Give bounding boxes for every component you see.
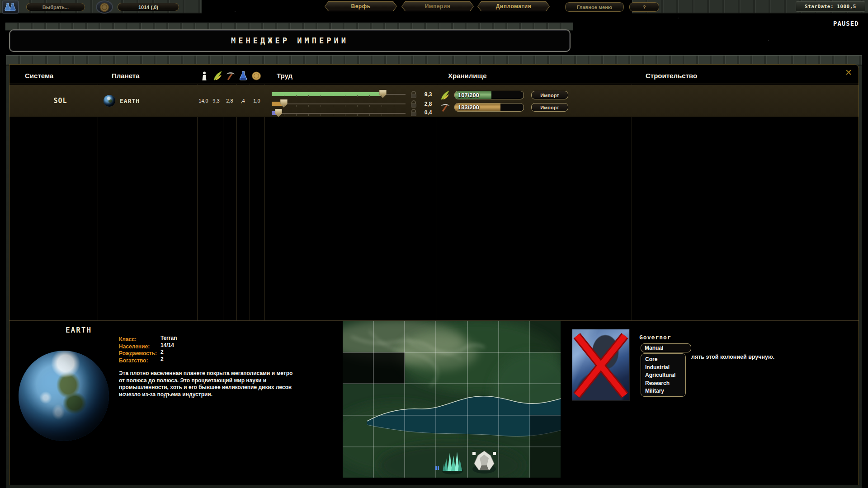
column-separator — [223, 84, 223, 320]
main-menu-label: Главное меню — [577, 5, 612, 10]
select-button-label: Выбрать... — [42, 5, 69, 10]
surface-map[interactable] — [342, 321, 561, 478]
food-storage-bar[interactable]: 107/200 — [454, 91, 524, 99]
lock-icon[interactable] — [410, 90, 417, 100]
lock-icon[interactable] — [410, 108, 417, 118]
planet-stats: Класс: Terran Население: 14/14 Рождаемос… — [119, 335, 218, 363]
planet-image — [19, 351, 109, 441]
import-food-label: Импорт — [540, 93, 559, 98]
slider-ticks — [272, 114, 406, 116]
money-icon[interactable] — [251, 71, 261, 83]
stardate-plaque: StarDate: 1000,5 — [796, 1, 865, 12]
planet-icon[interactable] — [104, 95, 115, 107]
detail-planet-name: EARTH — [45, 326, 113, 334]
money-seal-icon[interactable] — [96, 0, 113, 14]
labor-slider-track[interactable] — [272, 113, 406, 114]
food-icon — [440, 90, 450, 102]
labor-slider-track[interactable] — [272, 103, 406, 104]
governor-label: Governor — [639, 334, 671, 341]
import-ore-label: Импорт — [540, 105, 559, 110]
ore-icon[interactable] — [225, 71, 236, 83]
header-divider — [9, 84, 859, 84]
stat-row: Рождаемость: 2 — [119, 349, 218, 356]
column-separator — [98, 84, 98, 320]
nav-empire-button[interactable]: Империя — [401, 1, 474, 11]
import-ore-button[interactable]: Импорт — [531, 103, 568, 112]
governor-options-list: Core Industrial Agricultural Research Mi… — [641, 353, 686, 397]
empire-manager-window: Система Планета Труд Хранилище Строитель… — [6, 55, 862, 488]
governor-option-military[interactable]: Military — [641, 387, 685, 395]
paused-indicator: PAUSED — [833, 20, 859, 27]
stat-money: 1,0 — [250, 98, 264, 103]
governor-select[interactable]: Manual — [641, 343, 691, 352]
help-button-label: ? — [643, 5, 646, 10]
stat-food: 9,3 — [209, 98, 223, 103]
top-bar: Выбрать... 1014 (,0) Верфь Империя Дипло… — [0, 0, 868, 14]
close-button[interactable]: ✕ — [845, 67, 852, 77]
governor-option-core[interactable]: Core — [641, 356, 685, 364]
stat-class-value: Terran — [160, 335, 177, 341]
system-name[interactable]: SOL — [23, 97, 98, 105]
column-separator — [197, 84, 198, 320]
column-header-system[interactable]: Система — [25, 72, 53, 80]
window-content: Система Планета Труд Хранилище Строитель… — [9, 64, 859, 485]
slider-ticks — [272, 105, 406, 107]
column-header-planet[interactable]: Планета — [112, 72, 140, 80]
governor-hint: лять этой колонией вручную. — [691, 354, 774, 361]
ore-storage-amount: 133/200 — [458, 103, 479, 111]
governor-option-industrial[interactable]: Industrial — [641, 364, 685, 372]
stat-wealth-label: Богатство: — [119, 357, 148, 364]
governor-option-research[interactable]: Research — [641, 380, 685, 388]
select-button[interactable]: Выбрать... — [26, 3, 85, 11]
column-separator — [632, 84, 632, 320]
column-header-storage[interactable]: Хранилище — [448, 72, 487, 80]
food-icon[interactable] — [212, 71, 223, 83]
help-button[interactable]: ? — [629, 2, 659, 12]
labor-slider-track[interactable] — [272, 94, 406, 95]
research-flasks-icon[interactable] — [2, 0, 19, 14]
stardate-display: StarDate: 1000,5 — [805, 4, 856, 9]
governor-option-agricultural[interactable]: Agricultural — [641, 371, 685, 380]
stat-wealth-value: 2 — [160, 356, 164, 362]
ore-icon — [440, 103, 450, 114]
column-separator — [250, 84, 250, 320]
column-separator — [236, 84, 237, 320]
slider-ticks — [272, 95, 406, 97]
title-window-box: МЕНЕДЖЕР ИМПЕРИИ — [9, 29, 571, 52]
main-menu-button[interactable]: Главное меню — [565, 2, 624, 12]
governor-selected-value: Manual — [645, 345, 663, 351]
window-title: МЕНЕДЖЕР ИМПЕРИИ — [10, 30, 570, 51]
table-row[interactable]: SOL EARTH 14,0 9,3 2,8 ,4 1,0 9 — [9, 84, 859, 117]
stat-row: Население: 14/14 — [119, 342, 218, 349]
import-food-button[interactable]: Импорт — [531, 91, 568, 99]
stat-ore: 2,8 — [222, 98, 237, 103]
food-storage-amount: 107/200 — [458, 91, 479, 99]
population-icon[interactable] — [201, 71, 208, 83]
nav-empire-label: Империя — [402, 2, 473, 11]
nav-shipyard-button[interactable]: Верфь — [325, 1, 397, 11]
planet-description: Эта плотно населенная планете покрыта ме… — [119, 370, 297, 398]
nav-diplomacy-button[interactable]: Дипломатия — [477, 1, 550, 11]
ore-storage-bar[interactable]: 133/200 — [454, 103, 524, 112]
slider-value: 9,3 — [419, 91, 437, 98]
science-icon[interactable] — [239, 71, 248, 83]
stat-population-value: 14/14 — [160, 342, 174, 348]
stat-row: Богатство: 2 — [119, 356, 218, 363]
nav-shipyard-label: Верфь — [325, 2, 396, 11]
funds-button[interactable]: 1014 (,0) — [118, 3, 179, 11]
column-header-construction[interactable]: Строительство — [646, 72, 697, 80]
slider-value: 2,8 — [419, 101, 437, 107]
funds-button-label: 1014 (,0) — [138, 5, 158, 10]
nav-diplomacy-label: Дипломатия — [478, 2, 549, 11]
red-x-icon — [572, 329, 629, 400]
column-separator — [437, 84, 437, 320]
governor-portrait[interactable] — [572, 329, 630, 401]
title-window: МЕНЕДЖЕР ИМПЕРИИ — [5, 23, 573, 52]
stat-row: Класс: Terran — [119, 335, 218, 342]
column-header-labor[interactable]: Труд — [277, 72, 292, 80]
stat-birthrate-value: 2 — [160, 349, 164, 355]
stat-science: ,4 — [236, 98, 250, 103]
column-separator — [264, 84, 265, 320]
planet-name[interactable]: EARTH — [120, 98, 140, 104]
column-separator — [210, 84, 210, 320]
